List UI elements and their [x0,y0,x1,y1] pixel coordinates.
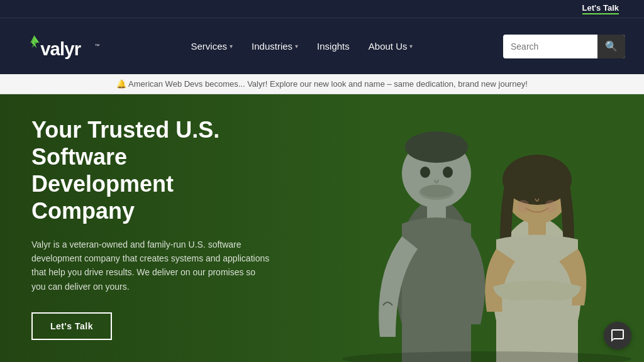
search-input[interactable] [503,41,597,52]
nav-item-about[interactable]: About Us ▾ [369,41,413,52]
hero-title: Your Trusted U.S. Software Development C… [31,116,270,225]
services-chevron-icon: ▾ [230,43,233,50]
nav-item-industries[interactable]: Industries ▾ [252,41,298,52]
top-cta-link[interactable]: Let's Talk [582,3,619,14]
hero-content: Your Trusted U.S. Software Development C… [0,94,302,362]
hero-cta-button[interactable]: Let's Talk [31,312,112,340]
navbar: valyr ™ Services ▾ Industries ▾ Insights… [0,18,644,74]
svg-text:valyr: valyr [40,38,81,58]
nav-links: Services ▾ Industries ▾ Insights About U… [191,41,413,52]
announcement-banner: 🔔 American Web Devs becomes... Valyr! Ex… [0,74,644,94]
nav-item-services[interactable]: Services ▾ [191,41,233,52]
industries-chevron-icon: ▾ [295,43,298,50]
chat-bubble-button[interactable] [604,322,631,349]
nav-item-insights[interactable]: Insights [317,41,350,52]
hero-description: Valyr is a veteran-owned and family-run … [31,238,270,294]
hero-section: Your Trusted U.S. Software Development C… [0,94,644,362]
top-bar: Let's Talk [0,0,644,18]
about-chevron-icon: ▾ [409,43,413,50]
search-icon: 🔍 [605,40,618,52]
search-bar: 🔍 [503,35,625,58]
search-button[interactable]: 🔍 [597,35,625,58]
chat-icon [610,328,625,343]
logo-area[interactable]: valyr ™ [19,28,101,65]
svg-text:™: ™ [94,43,99,49]
